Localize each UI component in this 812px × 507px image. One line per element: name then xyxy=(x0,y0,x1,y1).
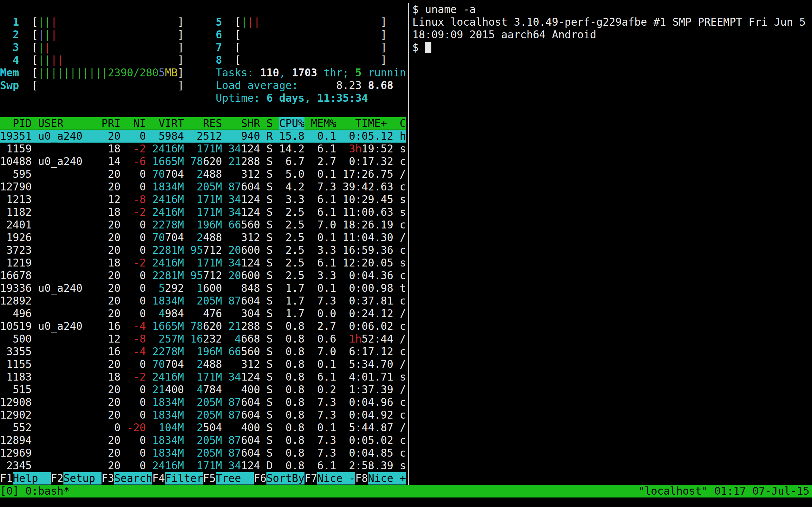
pid-cell: 12908 xyxy=(0,396,32,408)
process-row[interactable]: 19336 u0_a240 20 0 5292 1600 848 S 1.7 0… xyxy=(0,282,406,295)
text-run xyxy=(95,282,101,294)
text-run: 4:01.71 xyxy=(343,371,393,383)
text-run xyxy=(260,409,266,421)
mem-cell: 6.1 xyxy=(311,257,336,269)
fn-key-f5[interactable]: F5Tree xyxy=(203,472,254,485)
text-run xyxy=(336,396,343,408)
mem-cell: 0.1 xyxy=(311,358,336,371)
text-run xyxy=(305,383,311,396)
state-cell: S xyxy=(266,396,273,408)
process-row[interactable]: 1926 20 0 70704 2488 312 S 2.5 0.1 11:04… xyxy=(0,231,406,244)
fn-key-f6[interactable]: F6SortBy xyxy=(254,472,305,485)
text-run xyxy=(95,219,101,231)
process-row[interactable]: 500 12 -8 257M 16232 4668 S 0.8 0.6 1h52… xyxy=(0,333,406,345)
mem-cell: 7.0 xyxy=(311,219,336,231)
text-run xyxy=(32,434,38,447)
process-row[interactable]: 3723 20 0 2281M 95712 20600 S 2.5 3.3 16… xyxy=(0,244,406,257)
process-row[interactable]: 496 20 0 4984 476 304 S 1.7 0.0 0:24.12 … xyxy=(0,307,406,320)
text-run xyxy=(32,231,38,244)
text-run xyxy=(146,206,152,218)
process-row[interactable]: 1219 18 -2 2416M 171M 34124 S 2.5 6.1 12… xyxy=(0,257,406,269)
mem-meter-label: Mem xyxy=(0,66,19,79)
user-cell: u0_a240 xyxy=(38,282,95,294)
table-header[interactable]: PID USER PRI NI VIRT RES SHR S CPU% MEM%… xyxy=(0,117,406,130)
mem-cell: 3.3 xyxy=(311,244,336,257)
process-row[interactable]: 10488 u0_a240 14 -6 1665M 78620 21288 S … xyxy=(0,155,406,168)
process-row[interactable]: 12790 20 0 1834M 205M 87604 S 4.2 7.3 39… xyxy=(0,181,406,193)
text-run xyxy=(32,269,38,282)
process-row[interactable]: 16678 20 0 2281M 95712 20600 S 2.5 3.3 0… xyxy=(0,269,406,282)
process-row[interactable]: 12908 20 0 1834M 205M 87604 S 0.8 7.3 0:… xyxy=(0,396,406,409)
text-run: 2416M xyxy=(152,193,184,206)
text-run xyxy=(184,282,190,294)
fn-action-label: Help xyxy=(13,472,51,485)
process-row[interactable]: 10519 u0_a240 16 -4 1665M 78620 21288 S … xyxy=(0,320,406,333)
meter-open-bracket: [ xyxy=(222,41,241,54)
state-cell: S xyxy=(266,295,273,307)
text-run: 5:34.70 xyxy=(343,358,393,371)
mem-cell: 6.1 xyxy=(311,206,336,218)
process-row[interactable]: 552 0 -20 104M 2504 400 S 0.8 0.1 5:44.8… xyxy=(0,421,406,434)
process-row[interactable]: 595 20 0 70704 2488 312 S 5.0 0.1 17:26.… xyxy=(0,168,406,181)
text-run: 0:04.36 xyxy=(343,269,393,282)
text-run xyxy=(273,231,279,244)
text-run xyxy=(222,130,229,142)
fn-key-f4[interactable]: F4Filter xyxy=(152,472,203,485)
fn-key-f8[interactable]: F8Nice + xyxy=(355,472,406,485)
tmux-window-label[interactable]: [0] 0:bash* xyxy=(0,485,70,498)
text-run: 11:04.30 xyxy=(343,231,393,244)
pri-cell: 20 xyxy=(101,295,120,307)
pid-cell: 1155 xyxy=(0,358,32,371)
text-run xyxy=(260,320,266,332)
process-row[interactable]: 1155 20 0 70704 2488 312 S 0.8 0.1 5:34.… xyxy=(0,358,406,371)
text-run xyxy=(336,383,343,396)
process-row[interactable]: 3355 16 -4 2278M 196M 66560 S 0.8 7.0 6:… xyxy=(0,345,406,358)
text-run: 87 xyxy=(229,396,241,408)
cpu-meter-row: 1 [||| ] 5 [||| ] xyxy=(0,16,387,29)
text-run xyxy=(393,307,400,320)
text-run xyxy=(32,244,38,257)
process-row[interactable]: 2345 20 0 2416M 171M 34124 D 0.8 6.1 2:5… xyxy=(0,459,406,472)
text-run xyxy=(32,447,38,459)
user-cell xyxy=(38,371,95,383)
fn-key-f1[interactable]: F1Help xyxy=(0,472,51,485)
process-row[interactable]: 19351 u0_a240 20 0 5984 2512 940 R 15.8 … xyxy=(0,130,406,143)
text-run: 171M xyxy=(190,143,222,155)
process-row[interactable]: 12894 20 0 1834M 205M 87604 S 0.8 7.3 0:… xyxy=(0,434,406,447)
pid-cell: 12902 xyxy=(0,409,32,421)
text-run: 66 xyxy=(229,345,241,358)
process-row[interactable]: 12969 20 0 1834M 205M 87604 S 0.8 7.3 0:… xyxy=(0,447,406,459)
text-run xyxy=(305,434,311,447)
process-row[interactable]: 1159 18 -2 2416M 171M 34124 S 14.2 6.1 3… xyxy=(0,143,406,155)
cpu-cell: 3.3 xyxy=(279,193,305,206)
text-run xyxy=(222,295,229,307)
command-cell: c xyxy=(400,244,406,257)
text-run: 20 xyxy=(229,244,241,257)
process-row[interactable]: 2401 20 0 2278M 196M 66560 S 2.5 7.0 18:… xyxy=(0,219,406,231)
process-row[interactable]: 515 20 0 21400 4784 400 S 0.8 0.2 1:37.3… xyxy=(0,383,406,396)
text-run: 2281M xyxy=(152,269,184,282)
text-run: 0:24.12 xyxy=(343,307,393,320)
fn-key-f2[interactable]: F2Setup xyxy=(51,472,101,485)
text-run xyxy=(95,421,101,434)
text-run: 124 xyxy=(241,459,260,472)
process-row[interactable]: 12892 20 0 1834M 205M 87604 S 1.7 7.3 0:… xyxy=(0,295,406,307)
text-run: 488 xyxy=(203,168,222,180)
htop-pane[interactable]: 1 [||| ] 5 [||| ] 2 [||| ] 6 [ ] 3 [|| ]… xyxy=(0,3,406,485)
shell-pane[interactable]: $ uname -a Linux localhost 3.10.49-perf-… xyxy=(412,3,812,485)
process-row[interactable]: 1183 18 -2 2416M 171M 34124 S 0.8 6.1 4:… xyxy=(0,371,406,383)
meter-close-bracket: ] xyxy=(177,41,203,54)
mem-cell: 7.3 xyxy=(311,434,336,447)
fn-key-f7[interactable]: F7Nice - xyxy=(305,472,355,485)
process-row[interactable]: 1213 12 -8 2416M 171M 34124 S 3.3 6.1 10… xyxy=(0,193,406,206)
process-row[interactable]: 1182 18 -2 2416M 171M 34124 S 2.5 6.1 11… xyxy=(0,206,406,219)
text-run xyxy=(305,320,311,332)
text-run xyxy=(222,219,229,231)
process-row[interactable]: 12902 20 0 1834M 205M 87604 S 0.8 7.3 0:… xyxy=(0,409,406,421)
fn-key-label: F8 xyxy=(355,472,368,485)
text-run xyxy=(184,421,190,434)
text-run xyxy=(146,244,152,257)
cpu-meter-label: 2 xyxy=(0,29,19,41)
fn-key-f3[interactable]: F3Search xyxy=(101,472,152,485)
meter-close-bracket: ] xyxy=(177,16,203,28)
